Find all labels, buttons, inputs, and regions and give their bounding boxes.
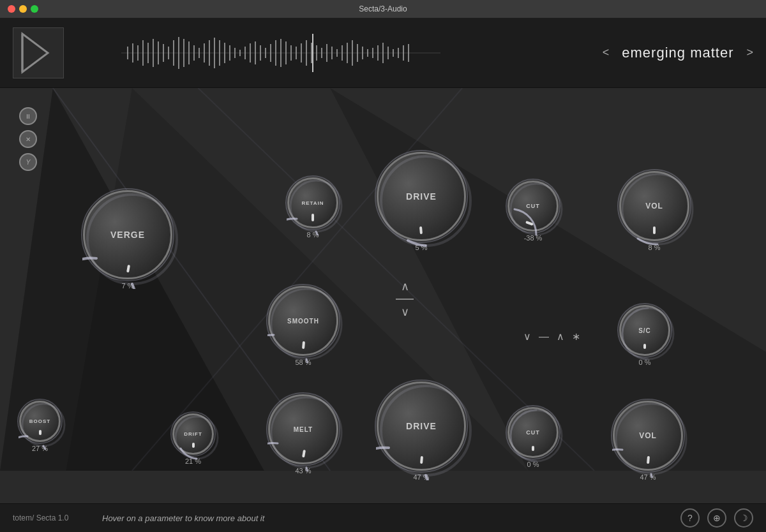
drift-knob[interactable]: DRIFT xyxy=(172,413,214,455)
smooth-value: 58 % xyxy=(295,358,311,366)
env-asterisk[interactable]: ∗ xyxy=(572,330,580,343)
env-up-arrow[interactable]: ∧ xyxy=(557,330,564,343)
title-bar: Secta/3-Audio xyxy=(0,0,766,18)
minimize-button[interactable] xyxy=(19,5,27,13)
waveform-area xyxy=(77,31,485,75)
footer-icons: ? ⊕ ☽ xyxy=(680,508,753,528)
drive-bot-knob-container: DRIVE 47 % xyxy=(377,381,466,481)
melt-knob-container: MELT 43 % xyxy=(268,394,338,475)
vol-bot-knob-container: VOL 47 % xyxy=(613,401,683,481)
moon-icon: ☽ xyxy=(740,513,748,523)
x-button[interactable]: ✕ xyxy=(19,130,37,148)
env-controls: ∨ — ∧ ∗ xyxy=(523,330,580,343)
dark-mode-button[interactable]: ☽ xyxy=(734,508,753,528)
footer: totem/ Secta 1.0 Hover on a parameter to… xyxy=(0,503,766,532)
y-button[interactable]: Y xyxy=(19,153,37,171)
comp-controls: ∧ ∨ xyxy=(396,279,414,319)
sc-value: 0 % xyxy=(639,358,651,366)
env-down-arrow[interactable]: ∨ xyxy=(523,330,531,343)
drive-bot-label: DRIVE xyxy=(406,421,437,431)
smooth-knob[interactable]: SMOOTH xyxy=(268,286,338,356)
hint-label: Hover on a parameter to know more about … xyxy=(102,514,680,523)
drift-knob-container: DRIFT 21 % xyxy=(172,413,214,465)
drive-top-knob-container: DRIVE 5 % xyxy=(377,152,466,251)
vol-bot-value: 47 % xyxy=(640,473,656,481)
vol-top-value: 8 % xyxy=(649,244,661,251)
vol-top-label: VOL xyxy=(645,202,663,211)
cut-bot-label: CUT xyxy=(526,429,540,436)
smooth-label: SMOOTH xyxy=(287,318,319,325)
svg-point-67 xyxy=(290,181,342,232)
svg-point-68 xyxy=(381,156,470,246)
lock-icon: ⊕ xyxy=(713,513,721,523)
boost-value: 27 % xyxy=(32,445,48,452)
comp-line-top xyxy=(396,299,414,300)
drift-label: DRIFT xyxy=(184,431,202,437)
prev-preset-button[interactable]: < xyxy=(603,46,610,59)
boost-knob-container: BOOST 27 % xyxy=(19,401,61,452)
verge-knob-container: VERGE 7 % xyxy=(83,190,172,290)
verge-label: VERGE xyxy=(110,230,145,240)
cut-top-knob-container: CUT -38 % xyxy=(507,181,559,242)
svg-point-72 xyxy=(622,308,673,359)
window-controls[interactable] xyxy=(8,5,38,13)
app-header: < emerging matter > xyxy=(0,18,766,88)
lock-button[interactable]: ⊕ xyxy=(707,508,726,528)
vol-bot-label: VOL xyxy=(639,431,657,440)
drive-bot-value: 47 % xyxy=(413,473,429,481)
cut-top-knob[interactable]: CUT xyxy=(507,181,559,232)
cut-top-label: CUT xyxy=(526,203,540,209)
svg-point-71 xyxy=(271,289,342,359)
svg-point-66 xyxy=(87,195,177,284)
svg-point-70 xyxy=(622,174,693,244)
vol-top-knob[interactable]: VOL xyxy=(619,171,689,241)
logo-icon xyxy=(19,31,57,75)
drive-top-knob[interactable]: DRIVE xyxy=(377,152,466,241)
comp-down-arrow[interactable]: ∨ xyxy=(401,305,409,319)
smooth-knob-container: SMOOTH 58 % xyxy=(268,286,338,366)
drive-top-value: 5 % xyxy=(416,244,428,251)
vol-bot-knob[interactable]: VOL xyxy=(613,401,683,471)
comp-up-arrow[interactable]: ∧ xyxy=(401,279,409,293)
logo-area xyxy=(13,27,64,78)
brand-label: totem/ Secta 1.0 xyxy=(13,514,89,522)
vol-top-knob-container: VOL 8 % xyxy=(619,171,689,251)
melt-label: MELT xyxy=(294,426,313,433)
cut-bot-knob[interactable]: CUT xyxy=(507,407,559,458)
main-content: ⏸ ✕ Y VERGE 7 % xyxy=(0,88,766,503)
retain-label: RETAIN xyxy=(301,200,324,206)
boost-knob[interactable]: BOOST xyxy=(19,401,61,442)
melt-value: 43 % xyxy=(295,467,311,475)
cut-bot-knob-container: CUT 0 % xyxy=(507,407,559,468)
cut-bot-value: 0 % xyxy=(527,461,539,468)
melt-knob[interactable]: MELT xyxy=(268,394,338,464)
drive-bot-knob[interactable]: DRIVE xyxy=(377,381,466,471)
verge-value: 7 % xyxy=(122,282,134,290)
retain-knob-container: RETAIN 8 % xyxy=(287,177,338,239)
svg-point-75 xyxy=(271,397,342,468)
env-minus[interactable]: — xyxy=(539,331,549,343)
question-icon: ? xyxy=(687,513,693,523)
verge-knob[interactable]: VERGE xyxy=(83,190,172,279)
preset-navigation: < emerging matter > xyxy=(498,45,753,61)
close-button[interactable] xyxy=(8,5,15,13)
svg-marker-0 xyxy=(22,34,48,72)
drive-top-label: DRIVE xyxy=(406,191,437,202)
app-container: < emerging matter > ⏸ ✕ Y xyxy=(0,18,766,532)
retain-value: 8 % xyxy=(307,231,319,239)
cut-top-value: -38 % xyxy=(524,234,543,242)
svg-point-77 xyxy=(511,410,562,461)
sc-label: S/C xyxy=(638,327,651,334)
sc-knob-container: S/C 0 % xyxy=(619,305,670,366)
maximize-button[interactable] xyxy=(31,5,38,13)
svg-point-76 xyxy=(381,386,470,475)
sc-knob[interactable]: S/C xyxy=(619,305,670,356)
preset-name: emerging matter xyxy=(622,45,733,61)
help-button[interactable]: ? xyxy=(680,508,700,528)
svg-point-73 xyxy=(22,404,64,446)
svg-point-69 xyxy=(511,184,562,235)
left-buttons: ⏸ ✕ Y xyxy=(19,107,37,171)
retain-knob[interactable]: RETAIN xyxy=(287,177,338,228)
next-preset-button[interactable]: > xyxy=(746,46,753,59)
pause-button[interactable]: ⏸ xyxy=(19,107,37,125)
